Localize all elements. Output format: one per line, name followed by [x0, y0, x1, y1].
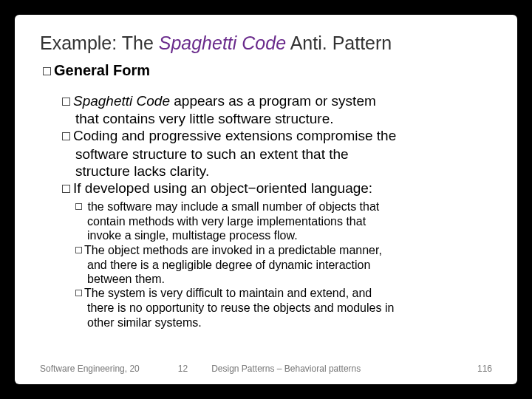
b2-l1: Coding and progressive extensions compro…	[73, 128, 396, 143]
footer-course: Software Engineering, 20	[40, 364, 140, 374]
bullet-spaghetti-definition: Spaghetti Code appears as a program or s…	[62, 92, 492, 109]
slide: Example: The Spaghetti Code Anti. Patter…	[15, 15, 517, 384]
slide-footer: Software Engineering, 20 12 Design Patte…	[40, 364, 492, 374]
square-bullet-icon	[43, 67, 51, 75]
slide-title: Example: The Spaghetti Code Anti. Patter…	[40, 33, 492, 54]
sub-cont: contain methods with very large implemen…	[87, 214, 492, 228]
sub-cont: invoke a single, multistage process flow…	[87, 228, 492, 242]
sub-bullet-hard-maintain: The system is very difficult to maintain…	[75, 286, 492, 300]
sub-cont: and there is a negligible degree of dyna…	[87, 258, 492, 272]
title-pre: Example: The	[40, 33, 159, 53]
level3-list: the software may include a small number …	[75, 200, 492, 330]
square-bullet-icon	[62, 185, 70, 193]
square-bullet-icon	[75, 290, 82, 296]
square-bullet-icon	[75, 203, 82, 210]
title-post: Anti. Pattern	[286, 33, 392, 53]
sub-cont: there is no opportunity to reuse the obj…	[87, 301, 492, 315]
bullet-cont: that contains very little software struc…	[75, 110, 492, 127]
b1-rest: appears as a program or system	[170, 93, 376, 109]
s2-l1: The object methods are invoked in a pred…	[84, 244, 382, 256]
bullet-cont: structure lacks clarity.	[75, 163, 492, 180]
sub-bullet-predictable-invoke: The object methods are invoked in a pred…	[75, 243, 492, 257]
s3-l1: The system is very difficult to maintain…	[84, 287, 372, 299]
h1-text: General Form	[54, 62, 150, 78]
footer-topic: Design Patterns – Behavioral patterns	[211, 364, 361, 374]
bullet-coding-extensions: Coding and progressive extensions compro…	[62, 127, 492, 144]
b1-em: Spaghetti Code	[73, 93, 170, 109]
footer-year: 12	[178, 364, 188, 374]
title-emph: Spaghetti Code	[159, 33, 286, 53]
page-number: 116	[477, 364, 492, 374]
square-bullet-icon	[75, 247, 82, 253]
square-bullet-icon	[62, 132, 70, 140]
bullet-cont: software structure to such an extent tha…	[75, 146, 492, 163]
s1-l1: the software may include a small number …	[84, 200, 379, 213]
square-bullet-icon	[62, 98, 70, 106]
heading-general-form: General Form	[43, 61, 492, 79]
sub-cont: between them.	[87, 272, 492, 286]
sub-bullet-small-objects: the software may include a small number …	[75, 200, 492, 214]
sub-cont: other similar systems.	[87, 316, 492, 330]
b3-l1: If developed using an object−oriented la…	[73, 180, 372, 196]
level2-list: Spaghetti Code appears as a program or s…	[62, 92, 492, 197]
bullet-oo-language: If developed using an object−oriented la…	[62, 180, 492, 197]
